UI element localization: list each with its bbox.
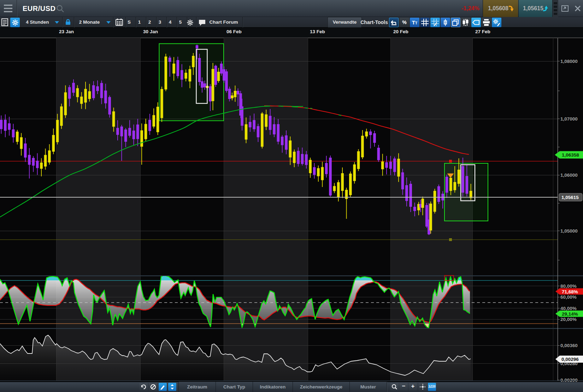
svg-text:0,00360: 0,00360	[560, 343, 578, 348]
svg-text:23 Jan: 23 Jan	[59, 29, 74, 34]
svg-text:60,00%: 60,00%	[560, 294, 577, 300]
svg-text:1,06358: 1,06358	[562, 152, 579, 158]
svg-text:13 Feb: 13 Feb	[310, 29, 325, 34]
svg-text:20,00%: 20,00%	[560, 317, 577, 322]
svg-text:1,06000: 1,06000	[560, 172, 578, 178]
svg-text:0,00296: 0,00296	[561, 357, 579, 362]
svg-text:30 Jan: 30 Jan	[143, 29, 158, 34]
svg-text:80,00%: 80,00%	[560, 283, 577, 289]
svg-text:40,00%: 40,00%	[560, 306, 577, 311]
svg-text:1,05615: 1,05615	[561, 195, 579, 200]
svg-text:71,68%: 71,68%	[562, 289, 578, 294]
svg-text:20 Feb: 20 Feb	[393, 29, 408, 34]
svg-text:29,14%: 29,14%	[562, 311, 578, 317]
svg-text:1,07000: 1,07000	[560, 116, 578, 122]
svg-text:27 Feb: 27 Feb	[475, 29, 490, 34]
svg-text:1,05000: 1,05000	[560, 228, 578, 234]
svg-text:1,08000: 1,08000	[560, 59, 578, 64]
svg-text:0,00200: 0,00200	[560, 378, 578, 382]
svg-text:06 Feb: 06 Feb	[226, 29, 242, 34]
